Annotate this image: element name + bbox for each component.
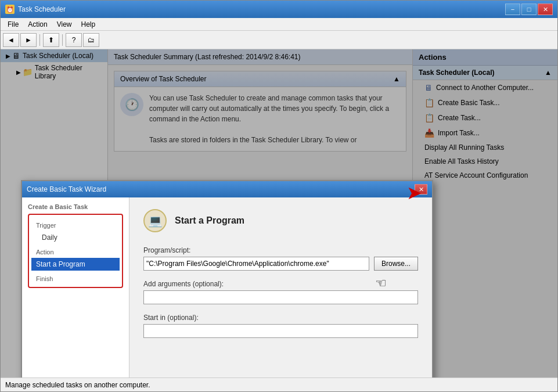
window-controls: − □ ✕ [505, 3, 553, 15]
dialog-page-title-area: 💻 Start a Program [143, 209, 418, 232]
program-script-label: Program/script: [143, 246, 418, 254]
program-script-row: Browse... [143, 257, 418, 271]
toolbar-separator-2 [62, 34, 63, 46]
main-content: ▶ 🖥 Task Scheduler (Local) ▶ 📁 Task Sche… [1, 49, 557, 377]
browse-button[interactable]: Browse... [374, 257, 418, 271]
menu-action[interactable]: Action [23, 19, 52, 30]
dialog-page-icon: 💻 [143, 209, 167, 232]
dialog-title-bar: Create Basic Task Wizard ✕ [22, 181, 432, 197]
bottom-status-bar: Manage scheduled tasks on another comput… [1, 377, 557, 391]
toolbar: ◄ ► ⬆ ? 🗂 [1, 31, 557, 49]
add-args-input[interactable] [143, 290, 418, 304]
add-args-group: Add arguments (optional): [143, 280, 418, 304]
wizard-highlight-box: Trigger Daily Action Start a Program Fin… [28, 214, 123, 288]
bottom-status-text: Manage scheduled tasks on another comput… [5, 381, 150, 389]
menu-help[interactable]: Help [77, 19, 100, 30]
menu-view[interactable]: View [52, 19, 77, 30]
dialog-body: Create a Basic Task Trigger Daily Action… [22, 197, 432, 377]
app-icon: ⏰ [5, 5, 15, 14]
wizard-step-finish[interactable]: Finish [31, 273, 120, 285]
dialog-page-title: Start a Program [175, 215, 244, 226]
maximize-button[interactable]: □ [521, 3, 537, 15]
start-in-label: Start in (optional): [143, 314, 418, 322]
folder-button[interactable]: 🗂 [83, 33, 99, 47]
wizard-step-action-header[interactable]: Action [31, 246, 120, 258]
dialog-close-button[interactable]: ✕ [415, 184, 427, 195]
dialog-wizard-steps: Create a Basic Task Trigger Daily Action… [22, 197, 129, 377]
wizard-step-trigger[interactable]: Trigger [31, 220, 120, 231]
program-script-group: Program/script: Browse... [143, 246, 418, 271]
main-window: ⏰ Task Scheduler − □ ✕ File Action View … [0, 0, 558, 392]
start-in-group: Start in (optional): [143, 314, 418, 338]
start-in-input[interactable] [143, 324, 418, 338]
window-title: Task Scheduler [18, 5, 505, 13]
help-button[interactable]: ? [66, 33, 82, 47]
back-button[interactable]: ◄ [3, 33, 19, 47]
add-args-label: Add arguments (optional): [143, 280, 418, 288]
minimize-button[interactable]: − [505, 3, 520, 15]
program-script-input[interactable] [143, 257, 369, 271]
up-button[interactable]: ⬆ [43, 33, 59, 47]
close-button[interactable]: ✕ [538, 3, 553, 15]
wizard-step-start-program[interactable]: Start a Program [31, 258, 120, 271]
create-basic-task-dialog: Create Basic Task Wizard ✕ Create a Basi… [21, 180, 433, 377]
forward-button[interactable]: ► [20, 33, 37, 47]
dialog-title: Create Basic Task Wizard [27, 185, 415, 193]
wizard-step-daily[interactable]: Daily [31, 231, 120, 244]
add-args-row [143, 290, 418, 304]
wizard-section-label: Create a Basic Task [28, 203, 123, 210]
title-bar: ⏰ Task Scheduler − □ ✕ [1, 1, 557, 18]
menu-bar: File Action View Help [1, 18, 557, 31]
dialog-page-content: 💻 Start a Program Program/script: Browse… [129, 197, 432, 377]
menu-file[interactable]: File [3, 19, 23, 30]
toolbar-separator [39, 34, 40, 46]
start-in-row [143, 324, 418, 338]
